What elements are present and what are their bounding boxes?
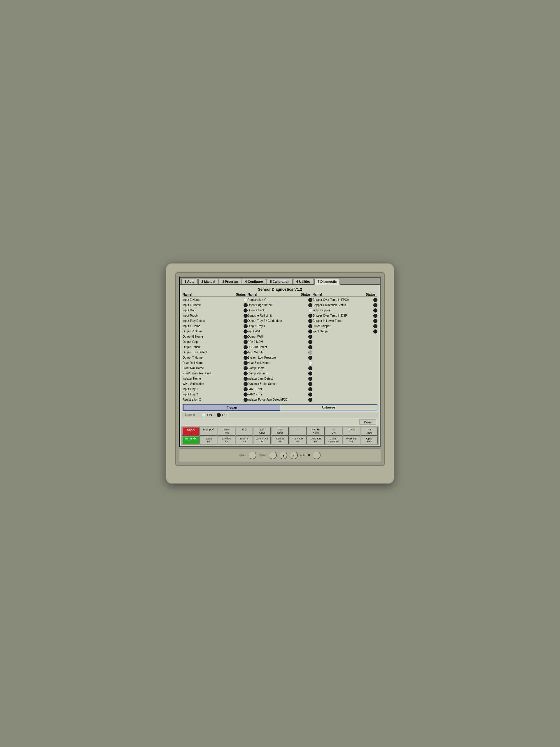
monitor-outer: 1 Auto2 Manual3 Program4 Configure5 Cali… xyxy=(166,263,394,484)
sensor-indicator xyxy=(243,298,248,302)
on-label: ON xyxy=(207,413,212,417)
autoidx-button[interactable]: AutoIndx xyxy=(182,436,199,445)
toolbar-button[interactable]: Clamp Open F8 xyxy=(325,436,342,445)
sensor-name: PFA 2 MDM xyxy=(248,340,308,343)
sensor-name: FAN1 Error xyxy=(248,387,308,391)
on-indicator xyxy=(202,413,206,417)
sensor-row: Gripper in Lower Force xyxy=(312,318,377,324)
sensor-column-1: NamelStatusRegistration YOrient Edge Det… xyxy=(248,293,313,403)
legend-title: Legend xyxy=(185,413,195,416)
tab-5calibration[interactable]: 5 Calibration xyxy=(267,279,293,284)
toolbar-button[interactable]: Pa Inde xyxy=(361,427,378,436)
done-button[interactable]: Done xyxy=(359,419,376,425)
sensor-row: Input Z Home xyxy=(183,297,248,303)
sensor-name: Input Wall xyxy=(248,330,308,333)
sensor-name: Input G Home xyxy=(183,304,242,307)
sensor-name: Output Tray Detect xyxy=(183,351,242,354)
sensor-name: Rear Rail Home xyxy=(183,361,242,364)
sensor-indicator xyxy=(373,330,377,334)
sensor-row: Output Y Home xyxy=(183,355,248,360)
toolbar-button[interactable]: Work Lgt F9 xyxy=(343,436,360,445)
sensor-name: Pre/Postsite Rail Limit xyxy=(183,372,242,375)
sensor-indicator xyxy=(308,319,312,323)
sensor-name: Indexer Home xyxy=(183,377,242,380)
right-button[interactable]: ► xyxy=(290,451,298,459)
toolbar-button[interactable]: 🖥 ⬡ xyxy=(236,427,253,436)
auto-button[interactable] xyxy=(312,451,321,459)
sensor-indicator xyxy=(308,392,312,396)
sensor-row: Output G Home xyxy=(183,334,248,339)
sensor-name: Indexer Jam Detect xyxy=(248,377,308,380)
toolbar-button[interactable]: USG On F7 xyxy=(307,436,324,445)
toolbar-button[interactable]: Z Video F2 xyxy=(218,436,235,445)
sensor-name: Clamp Vacuum xyxy=(248,372,308,375)
sensor-name: Registration X xyxy=(183,398,242,401)
sensor-name: WHL Verification xyxy=(183,382,242,385)
sensor-row: Clamp Vacuum xyxy=(248,371,313,376)
sensor-row: Input Tray 1 xyxy=(183,387,248,392)
tab-4configure[interactable]: 4 Configure xyxy=(242,279,266,284)
toolbar-button[interactable]: Chess xyxy=(343,427,360,436)
off-indicator xyxy=(217,413,221,417)
sensor-indicator xyxy=(243,387,248,391)
menu-label: Menu xyxy=(239,454,246,457)
tab-6utilities[interactable]: 6 Utilities xyxy=(293,279,314,284)
tab-2manual[interactable]: 2 Manual xyxy=(198,279,218,284)
sensor-name: Output Touch xyxy=(183,345,242,349)
toolbar-button[interactable]: Mag Oper xyxy=(271,427,289,436)
toolbar-button[interactable]: Swap F1 xyxy=(200,436,217,445)
sensor-row: PFA 2 MDM xyxy=(248,339,313,344)
sensor-row: Output Wall xyxy=(248,334,313,339)
select-button[interactable] xyxy=(269,451,277,459)
freeze-button[interactable]: Freeze xyxy=(183,405,280,411)
sensor-indicator xyxy=(308,356,312,360)
sensor-row: Bondsite Rail Limit xyxy=(248,313,313,318)
sensor-indicator xyxy=(308,324,312,328)
toolbar-button[interactable]: Optic F10 xyxy=(361,436,378,445)
sensor-name: Orient Edge Detect xyxy=(248,304,308,307)
sensor-row: Puller Gripper xyxy=(312,324,377,329)
toolbar-button[interactable]: MStopOff xyxy=(200,427,217,436)
sensor-column-2: NamelStatusGripper Over Temp in FPGAGrip… xyxy=(312,293,377,403)
sensor-indicator xyxy=(308,351,312,355)
toolbar-button[interactable]: Bnd Ht Relm xyxy=(307,427,324,436)
toolbar-button[interactable]: Save Prog xyxy=(218,427,235,436)
sensor-row: System Low Pressure xyxy=(248,355,313,360)
toolbar-button[interactable]: Zoom In F3 xyxy=(236,436,253,445)
toolbar-button[interactable]: Park B/H F6 xyxy=(289,436,306,445)
unfreeze-button[interactable]: Unfreeze xyxy=(280,405,377,411)
toolbar-button[interactable]: W/T Oper xyxy=(254,427,271,436)
sensor-name: Index Gripper xyxy=(312,309,372,312)
sensor-name: Clamp Home xyxy=(248,366,308,370)
sensor-row: Output Tray Detect xyxy=(183,350,248,355)
sensor-name: Input Y Home xyxy=(183,325,242,328)
sensor-row: Dynamic Brake Status xyxy=(248,381,313,387)
sensor-row: Gripper Calibration Status xyxy=(312,303,377,308)
sensor-name: Registration Y xyxy=(248,298,308,302)
sensor-row: Eject Gripper xyxy=(312,329,377,334)
sensor-row: FAN2 Error xyxy=(248,392,313,397)
toolbar-row-1: StopMStopOffSave Prog🖥 ⬡W/T OperMag Oper… xyxy=(182,427,378,436)
toolbar-button[interactable]: ↔ ON xyxy=(325,427,342,436)
toolbar-button[interactable]: Center F5 xyxy=(271,436,289,445)
sensor-indicator xyxy=(308,345,312,349)
tab-7diagnostic[interactable]: 7 Diagnostic xyxy=(314,279,340,285)
sensor-name: System Low Pressure xyxy=(248,356,308,359)
menu-button[interactable] xyxy=(248,451,257,459)
col-header-0: NamelStatus xyxy=(183,293,248,297)
col-header-name-2: Namel xyxy=(312,293,365,296)
tab-1auto[interactable]: 1 Auto xyxy=(181,279,198,284)
select-label: Select xyxy=(259,454,266,457)
sensor-row: Input Touch xyxy=(183,313,248,318)
stop-button[interactable]: Stop xyxy=(182,427,199,436)
toolbar-button[interactable]: ↕ xyxy=(289,427,306,436)
toolbar-button[interactable]: Zoom Out F4 xyxy=(254,436,271,445)
left-button[interactable]: ◄ xyxy=(279,451,287,459)
tab-3program[interactable]: 3 Program xyxy=(219,279,241,284)
sensor-row: Pre/Postsite Rail Limit xyxy=(183,371,248,376)
sensor-name: DBS Kit Detect xyxy=(248,345,308,349)
sensor-indicator xyxy=(243,330,248,334)
sensor-indicator xyxy=(308,340,312,344)
sensor-row: Output Grip xyxy=(183,339,248,344)
sensor-indicator xyxy=(373,319,377,323)
